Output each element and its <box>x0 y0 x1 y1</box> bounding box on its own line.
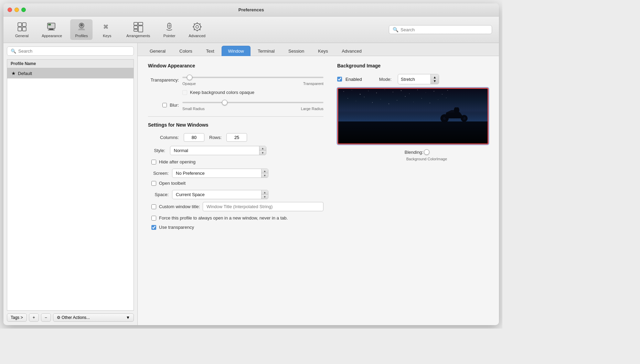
custom-title-checkbox[interactable] <box>151 204 156 209</box>
hide-after-row: Hide after opening <box>151 159 323 164</box>
bg-image-preview[interactable] <box>337 88 489 144</box>
toolbar-search-input[interactable] <box>401 27 488 32</box>
tags-label: Tags > <box>11 315 23 320</box>
force-new-window-checkbox[interactable] <box>151 216 156 221</box>
toolbar-item-pointer[interactable]: Pointer <box>158 19 180 40</box>
mode-select[interactable]: Stretch ▲ ▼ <box>398 74 439 84</box>
profile-list: ★ Default <box>7 68 134 311</box>
window-title: Preferences <box>238 7 264 12</box>
mode-up-icon: ▲ <box>433 75 436 79</box>
style-stepper[interactable]: ▲ ▼ <box>259 146 266 155</box>
default-star-icon: ★ <box>11 71 16 76</box>
style-down-arrow[interactable]: ▼ <box>259 151 266 155</box>
advanced-icon <box>192 21 203 32</box>
toolbar-item-appearance[interactable]: Appearance <box>37 19 67 40</box>
svg-rect-3 <box>22 27 26 31</box>
blur-thumb[interactable] <box>222 100 227 105</box>
sidebar-search-input[interactable] <box>18 49 130 54</box>
svg-point-41 <box>426 93 426 93</box>
tab-keys[interactable]: Keys <box>311 46 334 56</box>
keep-bg-checkbox[interactable] <box>182 90 187 95</box>
svg-line-30 <box>194 30 194 30</box>
appearance-label: Appearance <box>42 34 62 38</box>
transparency-thumb[interactable] <box>187 75 192 80</box>
tab-terminal[interactable]: Terminal <box>251 46 281 56</box>
toolbar-search-box[interactable]: 🔍 <box>389 25 492 34</box>
style-up-arrow[interactable]: ▲ <box>259 146 266 151</box>
bg-color-label: Background Color <box>406 157 437 161</box>
sidebar-search-icon: 🔍 <box>11 49 16 54</box>
toolbar-item-keys[interactable]: ⌘ Keys <box>96 19 118 40</box>
other-actions-button[interactable]: ⚙ Other Actions... ▼ <box>53 313 134 322</box>
toolbar-item-advanced[interactable]: Advanced <box>184 19 210 40</box>
svg-point-52 <box>405 96 405 97</box>
svg-point-44 <box>447 90 448 90</box>
transparency-slider[interactable] <box>182 74 323 81</box>
advanced-label: Advanced <box>189 34 205 38</box>
mode-down-icon: ▼ <box>433 79 436 83</box>
main-content: 🔍 Profile Name ★ Default Tags > + − <box>3 43 499 325</box>
screen-select[interactable]: No Preference ▲ ▼ <box>172 169 268 178</box>
blending-label: Blending: <box>399 150 423 155</box>
transparency-row: Transparency: Opaque Transparent <box>148 74 323 86</box>
svg-point-50 <box>388 104 389 104</box>
blur-checkbox[interactable] <box>162 103 167 107</box>
svg-point-34 <box>368 91 369 91</box>
maximize-button[interactable] <box>21 8 26 12</box>
toolbar-item-arrangements[interactable]: Arrangements <box>121 19 155 40</box>
blur-slider[interactable] <box>182 99 323 106</box>
keys-icon: ⌘ <box>102 21 113 32</box>
toolbar-item-general[interactable]: General <box>10 19 33 40</box>
tab-advanced[interactable]: Advanced <box>335 46 368 56</box>
custom-title-input[interactable] <box>203 202 323 211</box>
mode-stepper[interactable]: ▲ ▼ <box>430 74 439 84</box>
detail-panel: General Colors Text Window Terminal Sess… <box>138 43 499 325</box>
profile-item-default[interactable]: ★ Default <box>7 68 134 78</box>
sidebar-footer: Tags > + − ⚙ Other Actions... ▼ <box>7 313 134 322</box>
screen-up-arrow[interactable]: ▲ <box>262 169 268 173</box>
profile-name-default: Default <box>18 71 32 76</box>
rows-input[interactable] <box>226 133 247 142</box>
add-profile-button[interactable]: + <box>29 313 39 322</box>
space-up-arrow[interactable]: ▲ <box>262 190 268 195</box>
rows-label: Rows: <box>209 135 222 140</box>
tab-text[interactable]: Text <box>200 46 221 56</box>
svg-point-38 <box>401 90 402 91</box>
enabled-mode-row: Enabled Mode: Stretch ▲ ▼ <box>337 74 489 84</box>
tab-colors[interactable]: Colors <box>173 46 199 56</box>
screen-row: Screen: No Preference ▲ ▼ <box>148 169 323 178</box>
appearance-icon <box>46 21 57 32</box>
open-toolbelt-checkbox[interactable] <box>151 181 156 186</box>
sidebar: 🔍 Profile Name ★ Default Tags > + − <box>3 43 138 325</box>
blending-thumb[interactable] <box>424 149 429 155</box>
space-select[interactable]: Current Space ▲ ▼ <box>172 190 268 199</box>
screen-stepper[interactable]: ▲ ▼ <box>261 169 268 178</box>
svg-rect-16 <box>138 26 143 32</box>
bg-image-canvas <box>338 89 488 143</box>
columns-rows-style-row: Columns: Rows: <box>148 133 323 142</box>
pointer-label: Pointer <box>163 34 175 38</box>
style-select[interactable]: Normal ▲ ▼ <box>170 146 266 155</box>
svg-point-40 <box>417 90 418 90</box>
bg-enabled-checkbox[interactable] <box>337 77 342 82</box>
tab-general[interactable]: General <box>143 46 172 56</box>
space-value: Current Space <box>172 190 261 199</box>
tab-window[interactable]: Window <box>222 46 250 56</box>
columns-input[interactable] <box>184 133 204 142</box>
svg-point-43 <box>442 94 442 94</box>
tags-button[interactable]: Tags > <box>7 313 27 322</box>
tab-session[interactable]: Session <box>282 46 311 56</box>
close-button[interactable] <box>8 8 12 12</box>
screen-down-arrow[interactable]: ▼ <box>262 173 268 178</box>
sidebar-search-box[interactable]: 🔍 <box>7 46 134 56</box>
titlebar: Preferences <box>3 3 499 17</box>
svg-point-36 <box>385 89 385 90</box>
remove-profile-button[interactable]: − <box>41 313 51 322</box>
blur-slider-track <box>182 102 323 103</box>
space-down-arrow[interactable]: ▼ <box>262 195 268 199</box>
hide-after-checkbox[interactable] <box>151 160 156 164</box>
use-transparency-checkbox[interactable] <box>151 225 156 230</box>
minimize-button[interactable] <box>14 8 19 12</box>
space-stepper[interactable]: ▲ ▼ <box>261 190 268 199</box>
toolbar-item-profiles[interactable]: Profiles <box>70 19 93 40</box>
